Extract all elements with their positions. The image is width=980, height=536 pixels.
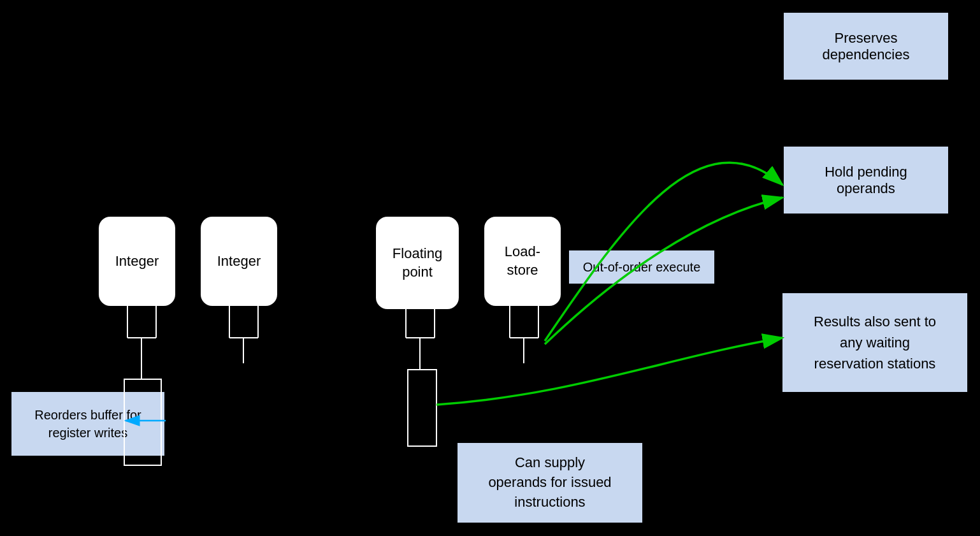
out-of-order-box: Out-of-order execute (569, 250, 714, 284)
float-unit: Floatingpoint (376, 217, 459, 309)
can-supply-text: Can supplyoperands for issuedinstruction… (488, 453, 611, 512)
hold-pending-text: Hold pendingoperands (825, 164, 907, 197)
preserves-dependencies-text: Preserves dependencies (793, 30, 939, 63)
results-sent-box: Results also sent toany waitingreservati… (782, 293, 967, 392)
integer-unit-1: Integer (99, 217, 175, 306)
svg-rect-19 (408, 370, 436, 446)
can-supply-box: Can supplyoperands for issuedinstruction… (458, 443, 642, 523)
out-of-order-text: Out-of-order execute (583, 260, 701, 275)
hold-pending-box: Hold pendingoperands (784, 147, 948, 214)
reorders-buffer-box: Reorders buffer forregister writes (11, 392, 164, 456)
loadstore-unit: Load-store (484, 217, 561, 306)
results-sent-text: Results also sent toany waitingreservati… (814, 311, 936, 374)
preserves-dependencies-box: Preserves dependencies (784, 13, 948, 80)
integer-unit-2: Integer (201, 217, 277, 306)
reorders-buffer-text: Reorders buffer forregister writes (34, 406, 141, 442)
